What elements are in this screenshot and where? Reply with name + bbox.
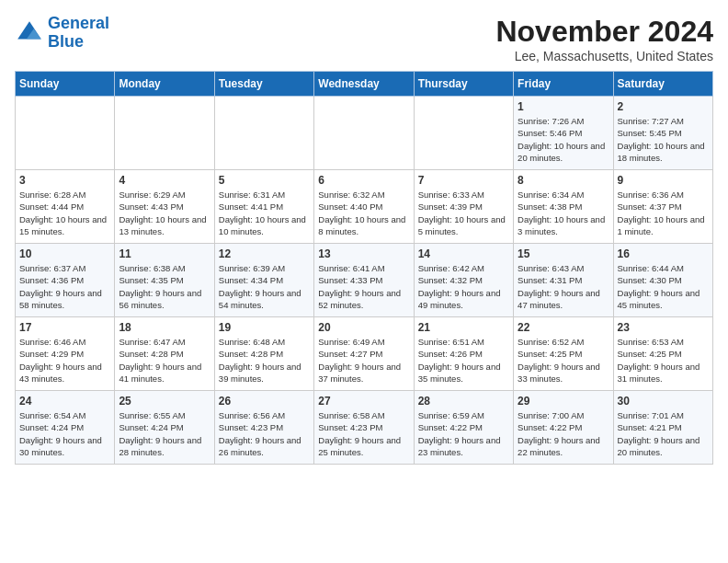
day-number: 14 (418, 247, 509, 260)
day-number: 23 (618, 321, 709, 334)
day-number: 22 (518, 321, 609, 334)
day-cell: 12Sunrise: 6:39 AM Sunset: 4:34 PM Dayli… (214, 244, 313, 317)
day-number: 28 (418, 395, 509, 408)
week-row-4: 17Sunrise: 6:46 AM Sunset: 4:29 PM Dayli… (16, 317, 713, 391)
day-info: Sunrise: 6:48 AM Sunset: 4:28 PM Dayligh… (219, 336, 310, 385)
day-cell: 22Sunrise: 6:52 AM Sunset: 4:25 PM Dayli… (514, 317, 613, 391)
day-cell: 7Sunrise: 6:33 AM Sunset: 4:39 PM Daylig… (414, 170, 513, 244)
day-info: Sunrise: 6:52 AM Sunset: 4:25 PM Dayligh… (518, 336, 609, 385)
header: General Blue November 2024 Lee, Massachu… (15, 15, 713, 63)
day-info: Sunrise: 6:41 AM Sunset: 4:33 PM Dayligh… (318, 262, 409, 311)
header-thursday: Thursday (414, 72, 513, 97)
day-number: 15 (518, 247, 609, 260)
day-number: 26 (219, 395, 310, 408)
week-row-1: 1Sunrise: 7:26 AM Sunset: 5:46 PM Daylig… (16, 97, 713, 170)
day-cell (414, 97, 513, 170)
logo-text: General Blue (48, 15, 109, 52)
header-tuesday: Tuesday (214, 72, 313, 97)
logo-line1: General (48, 14, 109, 32)
day-cell: 21Sunrise: 6:51 AM Sunset: 4:26 PM Dayli… (414, 317, 513, 391)
day-cell: 6Sunrise: 6:32 AM Sunset: 4:40 PM Daylig… (314, 170, 414, 244)
day-info: Sunrise: 6:51 AM Sunset: 4:26 PM Dayligh… (418, 336, 509, 385)
day-info: Sunrise: 6:55 AM Sunset: 4:24 PM Dayligh… (119, 409, 210, 458)
day-info: Sunrise: 6:37 AM Sunset: 4:36 PM Dayligh… (19, 262, 110, 311)
calendar-table: SundayMondayTuesdayWednesdayThursdayFrid… (15, 71, 713, 465)
day-number: 30 (618, 395, 709, 408)
day-number: 4 (119, 174, 210, 187)
header-friday: Friday (514, 72, 613, 97)
day-number: 2 (618, 100, 709, 113)
title-area: November 2024 Lee, Massachusetts, United… (495, 15, 713, 63)
day-cell: 25Sunrise: 6:55 AM Sunset: 4:24 PM Dayli… (115, 391, 214, 465)
week-row-2: 3Sunrise: 6:28 AM Sunset: 4:44 PM Daylig… (16, 170, 713, 244)
day-cell (115, 97, 214, 170)
day-number: 12 (219, 247, 310, 260)
day-info: Sunrise: 6:58 AM Sunset: 4:23 PM Dayligh… (318, 409, 409, 458)
day-cell: 17Sunrise: 6:46 AM Sunset: 4:29 PM Dayli… (16, 317, 115, 391)
day-info: Sunrise: 6:28 AM Sunset: 4:44 PM Dayligh… (19, 189, 110, 237)
day-cell: 20Sunrise: 6:49 AM Sunset: 4:27 PM Dayli… (314, 317, 414, 391)
day-cell: 1Sunrise: 7:26 AM Sunset: 5:46 PM Daylig… (514, 97, 613, 170)
day-cell (16, 97, 115, 170)
day-number: 8 (518, 174, 609, 187)
day-number: 24 (19, 395, 110, 408)
day-cell (314, 97, 414, 170)
day-cell: 4Sunrise: 6:29 AM Sunset: 4:43 PM Daylig… (115, 170, 214, 244)
header-sunday: Sunday (16, 72, 115, 97)
day-info: Sunrise: 6:32 AM Sunset: 4:40 PM Dayligh… (318, 189, 409, 237)
day-cell: 23Sunrise: 6:53 AM Sunset: 4:25 PM Dayli… (613, 317, 712, 391)
week-row-5: 24Sunrise: 6:54 AM Sunset: 4:24 PM Dayli… (16, 391, 713, 465)
day-number: 20 (318, 321, 409, 334)
day-number: 5 (219, 174, 310, 187)
day-number: 29 (518, 395, 609, 408)
day-info: Sunrise: 6:36 AM Sunset: 4:37 PM Dayligh… (618, 189, 709, 237)
day-number: 25 (119, 395, 210, 408)
day-cell: 18Sunrise: 6:47 AM Sunset: 4:28 PM Dayli… (115, 317, 214, 391)
day-info: Sunrise: 6:59 AM Sunset: 4:22 PM Dayligh… (418, 409, 509, 458)
day-cell: 28Sunrise: 6:59 AM Sunset: 4:22 PM Dayli… (414, 391, 513, 465)
day-info: Sunrise: 6:39 AM Sunset: 4:34 PM Dayligh… (219, 262, 310, 311)
day-number: 19 (219, 321, 310, 334)
logo-line2: Blue (48, 32, 84, 51)
day-number: 13 (318, 247, 409, 260)
days-header-row: SundayMondayTuesdayWednesdayThursdayFrid… (16, 72, 713, 97)
day-info: Sunrise: 7:01 AM Sunset: 4:21 PM Dayligh… (618, 409, 709, 458)
day-number: 6 (318, 174, 409, 187)
day-cell: 19Sunrise: 6:48 AM Sunset: 4:28 PM Dayli… (214, 317, 313, 391)
day-info: Sunrise: 6:44 AM Sunset: 4:30 PM Dayligh… (618, 262, 709, 311)
day-cell: 3Sunrise: 6:28 AM Sunset: 4:44 PM Daylig… (16, 170, 115, 244)
day-cell: 30Sunrise: 7:01 AM Sunset: 4:21 PM Dayli… (613, 391, 712, 465)
day-number: 10 (19, 247, 110, 260)
day-cell: 8Sunrise: 6:34 AM Sunset: 4:38 PM Daylig… (514, 170, 613, 244)
day-info: Sunrise: 7:26 AM Sunset: 5:46 PM Dayligh… (518, 115, 609, 164)
day-number: 1 (518, 100, 609, 113)
day-number: 3 (19, 174, 110, 187)
day-cell (214, 97, 313, 170)
day-cell: 16Sunrise: 6:44 AM Sunset: 4:30 PM Dayli… (613, 244, 712, 317)
day-info: Sunrise: 7:27 AM Sunset: 5:45 PM Dayligh… (618, 115, 709, 164)
day-cell: 15Sunrise: 6:43 AM Sunset: 4:31 PM Dayli… (514, 244, 613, 317)
logo-icon (15, 18, 44, 48)
day-number: 27 (318, 395, 409, 408)
day-cell: 14Sunrise: 6:42 AM Sunset: 4:32 PM Dayli… (414, 244, 513, 317)
day-info: Sunrise: 6:42 AM Sunset: 4:32 PM Dayligh… (418, 262, 509, 311)
day-info: Sunrise: 6:56 AM Sunset: 4:23 PM Dayligh… (219, 409, 310, 458)
day-number: 9 (618, 174, 709, 187)
day-number: 18 (119, 321, 210, 334)
day-cell: 27Sunrise: 6:58 AM Sunset: 4:23 PM Dayli… (314, 391, 414, 465)
day-info: Sunrise: 6:47 AM Sunset: 4:28 PM Dayligh… (119, 336, 210, 385)
day-cell: 29Sunrise: 7:00 AM Sunset: 4:22 PM Dayli… (514, 391, 613, 465)
day-number: 7 (418, 174, 509, 187)
month-title: November 2024 (495, 15, 713, 49)
logo: General Blue (15, 15, 109, 52)
day-number: 17 (19, 321, 110, 334)
day-info: Sunrise: 6:29 AM Sunset: 4:43 PM Dayligh… (119, 189, 210, 237)
day-info: Sunrise: 6:43 AM Sunset: 4:31 PM Dayligh… (518, 262, 609, 311)
day-info: Sunrise: 6:33 AM Sunset: 4:39 PM Dayligh… (418, 189, 509, 237)
week-row-3: 10Sunrise: 6:37 AM Sunset: 4:36 PM Dayli… (16, 244, 713, 317)
day-info: Sunrise: 6:49 AM Sunset: 4:27 PM Dayligh… (318, 336, 409, 385)
header-saturday: Saturday (613, 72, 712, 97)
day-info: Sunrise: 6:54 AM Sunset: 4:24 PM Dayligh… (19, 409, 110, 458)
day-cell: 13Sunrise: 6:41 AM Sunset: 4:33 PM Dayli… (314, 244, 414, 317)
day-info: Sunrise: 7:00 AM Sunset: 4:22 PM Dayligh… (518, 409, 609, 458)
